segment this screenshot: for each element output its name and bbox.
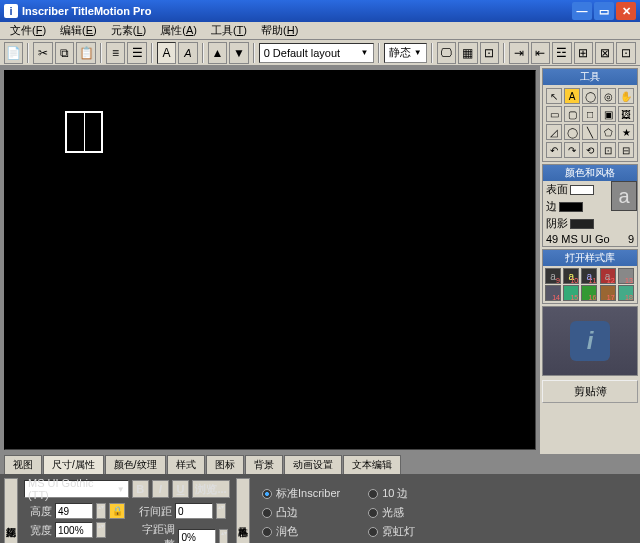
- bold-button[interactable]: B: [132, 480, 149, 498]
- maximize-button[interactable]: ▭: [594, 2, 614, 20]
- redo-button[interactable]: ↷: [564, 142, 580, 158]
- vtab-deep-spec[interactable]: 深刻规格: [4, 478, 18, 543]
- shadow-swatch[interactable]: [570, 219, 594, 229]
- leading-field[interactable]: [175, 503, 213, 519]
- ellipse-tool[interactable]: ◯: [564, 124, 580, 140]
- style-14[interactable]: 14: [545, 285, 561, 301]
- frame-tool[interactable]: ▣: [600, 106, 616, 122]
- height-spin[interactable]: ▴▾: [96, 503, 106, 519]
- browse-button[interactable]: 浏览...: [192, 480, 230, 498]
- star-tool[interactable]: ★: [618, 124, 634, 140]
- arrange-button[interactable]: ⊞: [574, 42, 593, 64]
- canvas[interactable]: [4, 70, 536, 450]
- polygon-tool[interactable]: ⬠: [600, 124, 616, 140]
- target-tool[interactable]: ◎: [600, 88, 616, 104]
- align-left-button[interactable]: ≡: [106, 42, 125, 64]
- italic-button[interactable]: I: [152, 480, 169, 498]
- kerning-field[interactable]: [178, 529, 216, 543]
- animation-combo[interactable]: 静态▼: [384, 43, 427, 63]
- cut-button[interactable]: ✂: [33, 42, 52, 64]
- tab-strip: 视图 尺寸/属性 颜色/纹理 样式 图标 背景 动画设置 文本编辑: [0, 454, 640, 474]
- tab-animation[interactable]: 动画设置: [284, 455, 342, 474]
- style-17[interactable]: 17: [600, 285, 616, 301]
- pointer-tool[interactable]: ↖: [546, 88, 562, 104]
- roundrect-tool[interactable]: ▢: [564, 106, 580, 122]
- tab-size-attr[interactable]: 尺寸/属性: [43, 455, 104, 474]
- menu-help[interactable]: 帮助(H): [255, 22, 304, 39]
- font-combo[interactable]: MS UI Gothic (TT)▼: [24, 480, 129, 498]
- style-16[interactable]: 16: [581, 285, 597, 301]
- layers-button[interactable]: ☲: [552, 42, 571, 64]
- safe-area-button[interactable]: ⊡: [480, 42, 499, 64]
- copy-button[interactable]: ⧉: [55, 42, 74, 64]
- style-18[interactable]: 18: [618, 285, 634, 301]
- tools-panel: 工具 ↖ A ◯ ◎ ✋ ▭ ▢ □ ▣ 🖼 ◿ ◯ ╲ ⬠ ★ ↶ ↷ ⟲ ⊡: [542, 68, 638, 162]
- export-button[interactable]: ⇤: [531, 42, 550, 64]
- style-10[interactable]: a10: [563, 268, 579, 284]
- text-cursor-box[interactable]: [65, 111, 103, 153]
- tab-style[interactable]: 样式: [167, 455, 205, 474]
- radio-10edge[interactable]: 10 边: [368, 486, 426, 501]
- width-spin[interactable]: ▴▾: [96, 522, 106, 538]
- group-button[interactable]: ⊡: [600, 142, 616, 158]
- tab-view[interactable]: 视图: [4, 455, 42, 474]
- style-13[interactable]: 13: [618, 268, 634, 284]
- rect-tool[interactable]: ▭: [546, 106, 562, 122]
- width-field[interactable]: [55, 522, 93, 538]
- tab-color-texture[interactable]: 颜色/纹理: [105, 455, 166, 474]
- style-9[interactable]: a9: [545, 268, 561, 284]
- text-tool[interactable]: A: [564, 88, 580, 104]
- menu-tool[interactable]: 工具(T): [205, 22, 253, 39]
- surface-swatch[interactable]: [570, 185, 594, 195]
- undo-button[interactable]: ↶: [546, 142, 562, 158]
- monitor-button[interactable]: 🖵: [437, 42, 456, 64]
- close-button[interactable]: ✕: [616, 2, 636, 20]
- import-button[interactable]: ⇥: [509, 42, 528, 64]
- preview-panel: i: [542, 306, 638, 376]
- menu-edit[interactable]: 编辑(E): [54, 22, 103, 39]
- vtab-style-prep[interactable]: 风格准备: [236, 478, 250, 543]
- window-title: Inscriber TitleMotion Pro: [22, 5, 572, 17]
- reset-button[interactable]: ⟲: [582, 142, 598, 158]
- square-tool[interactable]: □: [582, 106, 598, 122]
- scale-up-button[interactable]: ▲: [208, 42, 227, 64]
- menu-file[interactable]: 文件(F): [4, 22, 52, 39]
- tab-background[interactable]: 背景: [245, 455, 283, 474]
- ungroup-button[interactable]: ⊟: [618, 142, 634, 158]
- style-15[interactable]: 15: [563, 285, 579, 301]
- minimize-button[interactable]: —: [572, 2, 592, 20]
- circle-tool[interactable]: ◯: [582, 88, 598, 104]
- image-tool[interactable]: 🖼: [618, 106, 634, 122]
- line-tool[interactable]: ╲: [582, 124, 598, 140]
- radio-glow[interactable]: 光感: [368, 505, 426, 520]
- clipboard-button[interactable]: 剪贴簿: [542, 380, 638, 403]
- lock-aspect-button[interactable]: 🔒: [109, 503, 125, 519]
- grid-button[interactable]: ▦: [458, 42, 477, 64]
- hand-tool[interactable]: ✋: [618, 88, 634, 104]
- scale-down-button[interactable]: ▼: [229, 42, 248, 64]
- radio-standard[interactable]: 标准Inscriber: [262, 486, 340, 501]
- triangle-tool[interactable]: ◿: [546, 124, 562, 140]
- layout-combo[interactable]: 0 Default layout▼: [259, 43, 374, 63]
- radio-polish[interactable]: 润色: [262, 524, 340, 539]
- menu-element[interactable]: 元素(L): [105, 22, 152, 39]
- delete-button[interactable]: ⊠: [595, 42, 614, 64]
- tab-icon[interactable]: 图标: [206, 455, 244, 474]
- paste-button[interactable]: 📋: [76, 42, 95, 64]
- kerning-spin[interactable]: ▴▾: [219, 529, 228, 543]
- menu-attribute[interactable]: 属性(A): [154, 22, 203, 39]
- style-12[interactable]: a12: [600, 268, 616, 284]
- underline-button[interactable]: U: [172, 480, 189, 498]
- radio-neon[interactable]: 霓虹灯: [368, 524, 426, 539]
- settings-button[interactable]: ⊡: [616, 42, 635, 64]
- tab-text-edit[interactable]: 文本编辑: [343, 455, 401, 474]
- text-italic-button[interactable]: A: [178, 42, 197, 64]
- align-center-button[interactable]: ☰: [127, 42, 146, 64]
- leading-spin[interactable]: ▴▾: [216, 503, 226, 519]
- edge-swatch[interactable]: [559, 202, 583, 212]
- text-tool-button[interactable]: A: [157, 42, 176, 64]
- new-button[interactable]: 📄: [4, 42, 23, 64]
- radio-bevel[interactable]: 凸边: [262, 505, 340, 520]
- style-11[interactable]: a11: [581, 268, 597, 284]
- height-field[interactable]: [55, 503, 93, 519]
